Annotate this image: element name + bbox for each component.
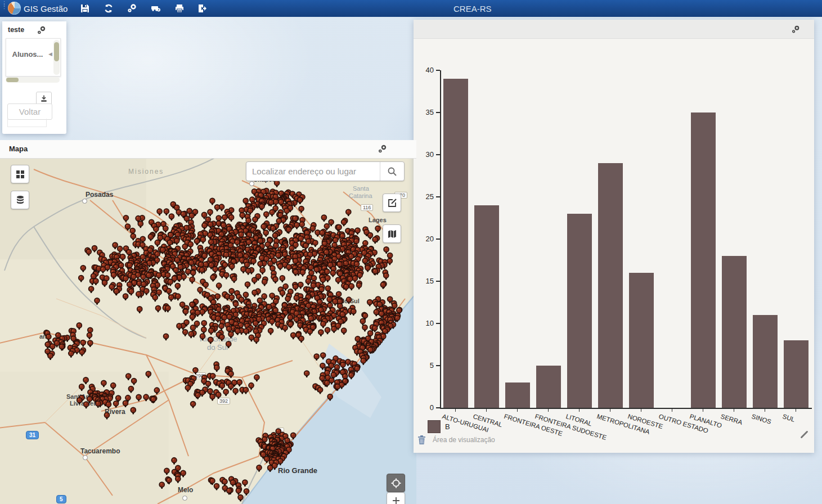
bar-chart: 0510152025303540ALTO-URUGUAICENTRALFRONT… xyxy=(414,38,814,410)
bar-central[interactable] xyxy=(474,205,499,408)
chart-footer: Área de visualização xyxy=(417,436,495,444)
x-tick xyxy=(672,408,673,412)
y-tick-label: 25 xyxy=(416,192,434,201)
y-tick xyxy=(436,323,440,324)
y-axis xyxy=(440,70,441,408)
search-input[interactable] xyxy=(246,162,380,181)
y-tick-label: 0 xyxy=(416,403,434,412)
gears-icon[interactable] xyxy=(37,26,46,37)
y-tick-label: 30 xyxy=(416,150,434,159)
app-title: GIS Gestão xyxy=(24,4,68,14)
print-icon[interactable] xyxy=(174,3,185,14)
bar-alto-uruguai[interactable] xyxy=(443,79,468,408)
application-window: ⋮⋮ GIS Gestão CREA-RS teste Alunos... xyxy=(0,0,822,504)
voltar-button[interactable]: Voltar xyxy=(7,104,52,120)
town-dot xyxy=(82,199,87,204)
y-tick xyxy=(436,154,440,155)
plus-icon xyxy=(392,496,401,504)
bar-noroeste[interactable] xyxy=(629,273,654,408)
legend-swatch xyxy=(428,420,441,433)
edit-icon xyxy=(387,198,397,208)
zoom-in-button[interactable] xyxy=(387,492,405,504)
x-axis-label: SINOS xyxy=(751,413,772,425)
map-panel-header: Mapa xyxy=(0,140,416,159)
collapse-arrow-icon[interactable]: ◀ xyxy=(48,51,52,57)
bar-fronteira-sudoeste[interactable] xyxy=(536,366,561,408)
bar-serra[interactable] xyxy=(722,256,747,408)
edit-button[interactable] xyxy=(383,194,401,212)
fleet-settings-icon[interactable] xyxy=(151,3,161,14)
x-tick xyxy=(610,408,611,412)
save-icon[interactable] xyxy=(80,3,90,14)
map-canvas[interactable]: MisionesPosadasChapecoSantaCatarinaLages… xyxy=(0,158,416,504)
settings-icon[interactable] xyxy=(127,3,137,14)
x-tick xyxy=(796,408,797,412)
clipped-panel-edge xyxy=(7,119,47,127)
scrollbar-thumb[interactable] xyxy=(54,42,59,61)
gears-icon[interactable] xyxy=(378,145,387,156)
chart-legend: B xyxy=(428,420,450,433)
x-tick xyxy=(703,408,704,412)
teste-panel-title: teste xyxy=(8,26,24,34)
x-axis-label: SUL xyxy=(781,413,796,423)
x-tick xyxy=(641,408,642,412)
y-tick-label: 40 xyxy=(416,66,434,74)
trash-icon[interactable] xyxy=(417,434,426,447)
search-button[interactable] xyxy=(380,162,404,181)
x-tick xyxy=(455,408,456,412)
bar-metropolitana[interactable] xyxy=(598,163,623,408)
layers-button[interactable] xyxy=(11,191,29,209)
database-icon xyxy=(15,195,25,205)
y-tick-label: 15 xyxy=(416,277,434,285)
y-tick-label: 35 xyxy=(416,108,434,116)
grid-icon xyxy=(15,169,25,179)
basemap-gallery-button[interactable] xyxy=(11,165,29,183)
y-tick xyxy=(436,70,440,71)
footer-label: Área de visualização xyxy=(433,436,495,444)
top-toolbar: ⋮⋮ GIS Gestão CREA-RS xyxy=(0,0,822,17)
chart-panel: 0510152025303540ALTO-URUGUAICENTRALFRONT… xyxy=(414,20,814,453)
bar-fronteira-oeste[interactable] xyxy=(505,382,530,408)
town-dot xyxy=(249,181,254,186)
gears-icon[interactable] xyxy=(792,25,800,36)
horizontal-scrollbar[interactable] xyxy=(6,77,60,83)
legend-label: B xyxy=(445,422,450,431)
town-dot xyxy=(83,455,88,460)
logout-icon[interactable] xyxy=(197,3,207,14)
y-tick xyxy=(436,365,440,366)
teste-panel: teste Alunos... ◀ Voltar xyxy=(2,21,66,134)
y-tick xyxy=(436,281,440,282)
x-tick xyxy=(548,408,549,412)
y-tick-label: 20 xyxy=(416,235,434,243)
x-tick xyxy=(765,408,766,412)
town-dot xyxy=(182,496,187,501)
x-tick xyxy=(734,408,735,412)
chart-panel-header xyxy=(414,20,814,39)
bar-sul[interactable] xyxy=(784,340,808,408)
x-tick xyxy=(517,408,518,412)
locate-icon xyxy=(390,478,402,489)
refresh-icon[interactable] xyxy=(104,3,114,14)
vertical-scrollbar[interactable] xyxy=(53,40,60,75)
y-tick xyxy=(436,112,440,113)
bar-planalto[interactable] xyxy=(691,112,716,408)
y-tick xyxy=(436,238,440,240)
y-tick-label: 5 xyxy=(416,361,434,370)
x-tick xyxy=(486,408,487,412)
bar-sinos[interactable] xyxy=(753,315,778,408)
window-title: CREA-RS xyxy=(453,4,492,14)
scrollbar-thumb[interactable] xyxy=(6,78,19,82)
drag-handle-icon[interactable]: ⋮⋮ xyxy=(1,2,5,15)
layer-list: Alunos... ◀ xyxy=(6,38,61,76)
y-tick-label: 10 xyxy=(416,319,434,327)
y-tick xyxy=(436,196,440,197)
y-tick xyxy=(436,407,440,408)
layer-item-alunos[interactable]: Alunos... xyxy=(6,50,49,58)
x-axis-label: METROPOLITANA xyxy=(596,413,650,435)
overview-map-button[interactable] xyxy=(383,224,401,243)
locate-button[interactable] xyxy=(387,474,405,492)
map-icon xyxy=(387,229,397,239)
resize-grip[interactable] xyxy=(800,430,808,438)
bar-litoral[interactable] xyxy=(567,214,592,408)
x-axis-label: SERRA xyxy=(720,413,743,426)
